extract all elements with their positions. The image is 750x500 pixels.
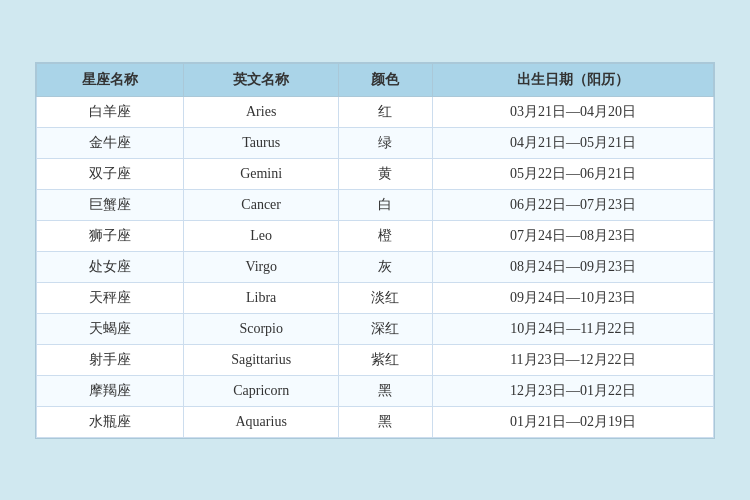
col-header-color: 颜色 — [339, 63, 433, 96]
cell-dates: 07月24日—08月23日 — [432, 220, 713, 251]
cell-english: Taurus — [184, 127, 339, 158]
cell-color: 深红 — [339, 313, 433, 344]
cell-chinese: 白羊座 — [37, 96, 184, 127]
cell-color: 黑 — [339, 406, 433, 437]
cell-chinese: 狮子座 — [37, 220, 184, 251]
table-row: 摩羯座Capricorn黑12月23日—01月22日 — [37, 375, 714, 406]
cell-chinese: 巨蟹座 — [37, 189, 184, 220]
cell-chinese: 天蝎座 — [37, 313, 184, 344]
cell-dates: 08月24日—09月23日 — [432, 251, 713, 282]
cell-color: 紫红 — [339, 344, 433, 375]
cell-english: Cancer — [184, 189, 339, 220]
cell-english: Sagittarius — [184, 344, 339, 375]
cell-dates: 12月23日—01月22日 — [432, 375, 713, 406]
cell-english: Libra — [184, 282, 339, 313]
cell-dates: 09月24日—10月23日 — [432, 282, 713, 313]
table-row: 双子座Gemini黄05月22日—06月21日 — [37, 158, 714, 189]
table-body: 白羊座Aries红03月21日—04月20日金牛座Taurus绿04月21日—0… — [37, 96, 714, 437]
cell-chinese: 天秤座 — [37, 282, 184, 313]
cell-english: Capricorn — [184, 375, 339, 406]
cell-color: 黑 — [339, 375, 433, 406]
cell-color: 黄 — [339, 158, 433, 189]
cell-chinese: 金牛座 — [37, 127, 184, 158]
zodiac-table-container: 星座名称 英文名称 颜色 出生日期（阳历） 白羊座Aries红03月21日—04… — [35, 62, 715, 439]
table-row: 处女座Virgo灰08月24日—09月23日 — [37, 251, 714, 282]
cell-dates: 06月22日—07月23日 — [432, 189, 713, 220]
table-row: 水瓶座Aquarius黑01月21日—02月19日 — [37, 406, 714, 437]
cell-dates: 11月23日—12月22日 — [432, 344, 713, 375]
cell-english: Aquarius — [184, 406, 339, 437]
cell-chinese: 处女座 — [37, 251, 184, 282]
cell-color: 绿 — [339, 127, 433, 158]
cell-color: 橙 — [339, 220, 433, 251]
cell-color: 灰 — [339, 251, 433, 282]
table-row: 白羊座Aries红03月21日—04月20日 — [37, 96, 714, 127]
cell-dates: 04月21日—05月21日 — [432, 127, 713, 158]
cell-dates: 03月21日—04月20日 — [432, 96, 713, 127]
col-header-chinese: 星座名称 — [37, 63, 184, 96]
cell-color: 白 — [339, 189, 433, 220]
cell-color: 红 — [339, 96, 433, 127]
cell-english: Gemini — [184, 158, 339, 189]
cell-english: Virgo — [184, 251, 339, 282]
cell-english: Leo — [184, 220, 339, 251]
table-row: 天秤座Libra淡红09月24日—10月23日 — [37, 282, 714, 313]
cell-chinese: 双子座 — [37, 158, 184, 189]
zodiac-table: 星座名称 英文名称 颜色 出生日期（阳历） 白羊座Aries红03月21日—04… — [36, 63, 714, 438]
cell-chinese: 射手座 — [37, 344, 184, 375]
table-row: 狮子座Leo橙07月24日—08月23日 — [37, 220, 714, 251]
cell-dates: 05月22日—06月21日 — [432, 158, 713, 189]
table-row: 天蝎座Scorpio深红10月24日—11月22日 — [37, 313, 714, 344]
table-row: 巨蟹座Cancer白06月22日—07月23日 — [37, 189, 714, 220]
cell-chinese: 摩羯座 — [37, 375, 184, 406]
table-row: 金牛座Taurus绿04月21日—05月21日 — [37, 127, 714, 158]
cell-english: Scorpio — [184, 313, 339, 344]
cell-dates: 01月21日—02月19日 — [432, 406, 713, 437]
cell-dates: 10月24日—11月22日 — [432, 313, 713, 344]
cell-color: 淡红 — [339, 282, 433, 313]
col-header-english: 英文名称 — [184, 63, 339, 96]
table-header-row: 星座名称 英文名称 颜色 出生日期（阳历） — [37, 63, 714, 96]
col-header-dates: 出生日期（阳历） — [432, 63, 713, 96]
table-row: 射手座Sagittarius紫红11月23日—12月22日 — [37, 344, 714, 375]
cell-chinese: 水瓶座 — [37, 406, 184, 437]
cell-english: Aries — [184, 96, 339, 127]
